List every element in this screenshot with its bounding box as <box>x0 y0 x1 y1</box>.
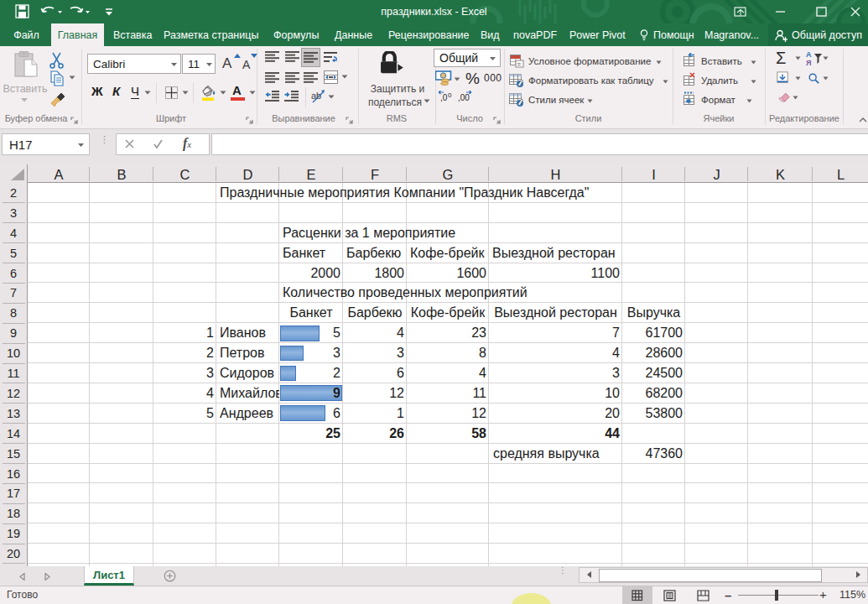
svg-text:0: 0 <box>448 91 452 99</box>
svg-text:Я: Я <box>806 59 811 66</box>
svg-text:,00: ,00 <box>458 93 470 102</box>
svg-text:А: А <box>806 50 812 59</box>
svg-text:,0: ,0 <box>440 93 448 102</box>
svg-text:=: = <box>517 60 522 68</box>
